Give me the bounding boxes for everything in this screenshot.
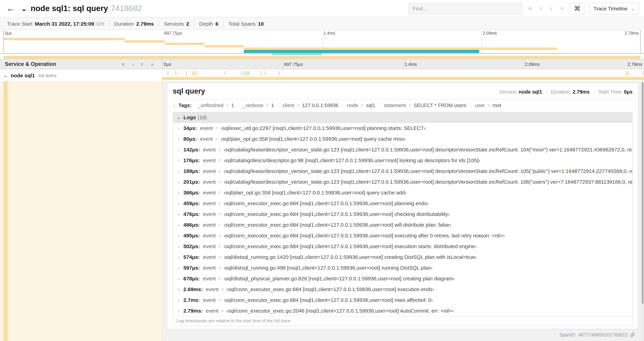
time-tick-label: 1.4ms: [404, 62, 417, 67]
log-row[interactable]: › 176μs: event = ‹sql/catalog/descs/desc…: [173, 155, 632, 166]
log-marker-tick[interactable]: [241, 71, 242, 76]
next-result-icon[interactable]: ∨: [549, 5, 553, 12]
log-marker-tick[interactable]: [265, 71, 266, 76]
minimap-canvas[interactable]: [4, 37, 640, 53]
log-field-name: event: [200, 125, 213, 131]
tag-value: sql1: [366, 103, 375, 108]
log-marker-tick[interactable]: [194, 71, 195, 76]
detail-meta: Service:node sql1 Duration:2.79ms Start …: [495, 89, 632, 95]
span-name-cell[interactable]: ⌄ node sql1 sql query: [0, 69, 162, 81]
log-marker-tick[interactable]: [176, 71, 176, 76]
log-field-name: event: [203, 297, 216, 303]
log-row[interactable]: › 486μs: event = ‹sql/conn_executor_exec…: [173, 219, 632, 230]
chevron-right-icon: ›: [178, 233, 180, 238]
keyboard-shortcuts-button[interactable]: ⌘: [570, 3, 585, 14]
chevron-right-icon: ›: [178, 136, 180, 142]
equals-sign: =: [218, 254, 221, 260]
trace-name: node sql1: sql query: [31, 4, 108, 13]
start-time-label: Start Time:: [598, 89, 622, 95]
log-marker-tick[interactable]: [247, 71, 248, 76]
expand-all-icon[interactable]: »: [151, 61, 154, 67]
log-row[interactable]: › 459μs: event = ‹sql/conn_executor_exec…: [173, 198, 632, 209]
log-row[interactable]: › 597μs: event = ‹sql/distsql_running.go…: [173, 262, 632, 273]
log-row[interactable]: › 502μs: event = ‹sql/conn_executor_exec…: [173, 241, 632, 252]
log-marker-tick[interactable]: [225, 71, 226, 76]
span-row[interactable]: ⌄ node sql1 sql query: [0, 69, 644, 81]
chevron-right-icon: ›: [178, 265, 180, 270]
log-timestamp: 476μs:: [183, 211, 200, 217]
duration-value: 2.79ms: [572, 89, 590, 95]
log-marker-tick[interactable]: [246, 71, 246, 76]
minimap-left-scrubber[interactable]: [4, 30, 4, 53]
log-marker-tick[interactable]: [196, 71, 197, 76]
chevron-right-icon: ›: [178, 297, 180, 303]
log-timestamp: 495μs:: [183, 232, 200, 238]
log-field-value: ‹sql/plan_opt.go:358 [nsql1,client=127.0…: [224, 190, 406, 195]
log-row[interactable]: › 189μs: event = ‹sql/catalog/lease/desc…: [173, 166, 632, 176]
chevron-right-icon: ›: [178, 308, 180, 313]
view-options-button[interactable]: Trace Timeline ⌄: [589, 3, 639, 14]
trace-minimap[interactable]: 0μs697.75μs1.4ms2.09ms2.79ms: [0, 30, 644, 54]
log-marker-tick[interactable]: [244, 71, 244, 76]
log-timestamp: 142μs:: [183, 147, 200, 152]
span-service-name: node sql1: [10, 72, 35, 78]
gridline: [403, 59, 404, 69]
chevron-right-icon[interactable]: ›: [174, 103, 175, 108]
log-marker-tick[interactable]: [628, 71, 628, 76]
log-marker-tick[interactable]: [626, 71, 627, 76]
summary-value: 10: [258, 21, 264, 27]
log-row[interactable]: › 574μs: event = ‹sql/distsql_running.go…: [173, 252, 632, 262]
trace-summary-bar: Trace Start March 31 2022, 17:25:09 .326…: [0, 17, 644, 30]
log-row[interactable]: › 366μs: event = ‹sql/plan_opt.go:358 [n…: [173, 187, 632, 198]
log-row[interactable]: › 678μs: event = ‹sql/distsql_physical_p…: [173, 273, 632, 284]
log-marker-tick[interactable]: [279, 71, 280, 76]
prev-result-icon[interactable]: ∧: [539, 5, 543, 12]
log-marker-tick[interactable]: [261, 71, 262, 76]
service-value: node sql1: [519, 89, 542, 95]
scrollbar-thumb[interactable]: [642, 82, 644, 304]
link-icon[interactable]: [630, 332, 635, 337]
span-detail-region: sql query Service:node sql1 Duration:2.7…: [0, 81, 644, 341]
log-field-value: ‹sql/catalog/lease/descriptor_version_st…: [224, 147, 632, 152]
log-row[interactable]: › 2.69ms: event = ‹sql/conn_executor_exe…: [173, 284, 632, 294]
log-row[interactable]: › 201μs: event = ‹sql/catalog/lease/desc…: [173, 176, 632, 187]
equals-sign: =: [218, 297, 221, 303]
log-field-name: event: [203, 168, 216, 174]
collapse-one-icon[interactable]: ∨: [121, 61, 125, 67]
log-marker-tick[interactable]: [168, 71, 168, 76]
page-title: node sql1: sql query 7418682: [31, 4, 142, 13]
log-row[interactable]: › 80μs: event = ‹sql/plan_opt.go:358 [ns…: [173, 133, 632, 144]
log-row[interactable]: › 2.7ms: event = ‹sql/conn_executor_exec…: [173, 294, 632, 305]
expand-one-icon[interactable]: ›: [132, 61, 134, 67]
collapse-all-icon[interactable]: »: [140, 63, 145, 66]
find-input[interactable]: [408, 3, 522, 14]
tag-key: statement: [384, 103, 406, 108]
log-field-value: ‹sql/catalog/lease/descriptor_version_st…: [224, 168, 632, 174]
trace-collapse-icon[interactable]: ⌄: [21, 4, 27, 13]
summary-item: Duration 2.79ms: [109, 21, 159, 27]
detail-scrollbar[interactable]: [641, 81, 644, 341]
span-collapse-icon[interactable]: ⌄: [4, 72, 8, 78]
equals-sign: =: [218, 147, 221, 152]
locate-icon[interactable]: ⊕: [528, 5, 533, 12]
log-row[interactable]: › 476μs: event = ‹sql/conn_executor_exec…: [173, 209, 632, 219]
start-time-value: 0μs: [624, 89, 632, 95]
log-row[interactable]: › 495μs: event = ‹sql/conn_executor_exec…: [173, 230, 632, 241]
clear-search-icon[interactable]: ✕: [560, 5, 564, 12]
detail-left-column: [0, 81, 162, 341]
summary-item: Services 2: [159, 21, 194, 27]
log-row[interactable]: › 142μs: event = ‹sql/catalog/lease/desc…: [173, 144, 632, 155]
log-marker-tick[interactable]: [248, 71, 249, 76]
log-marker-tick[interactable]: [192, 71, 193, 76]
span-track[interactable]: [162, 69, 644, 81]
log-row[interactable]: › 34μs: event = ‹sql/exec_util.go:2297 […: [173, 123, 632, 133]
log-field-value: ‹sql/conn_executor_exec.go:2046 [nsql1,c…: [226, 308, 454, 314]
minimap-right-scrubber[interactable]: [640, 30, 640, 53]
log-marker-tick[interactable]: [643, 71, 644, 76]
log-marker-tick[interactable]: [186, 71, 187, 76]
log-row[interactable]: › 2.79ms: event = ‹sql/conn_executor_exe…: [173, 305, 632, 316]
tags-row[interactable]: › Tags: _unfinished = 1 _verbose = 1: [173, 100, 632, 111]
logs-header[interactable]: ⌄ Logs (18): [173, 112, 632, 123]
back-button[interactable]: ←: [6, 3, 15, 14]
span-detail-panel: sql query Service:node sql1 Duration:2.7…: [167, 83, 638, 329]
